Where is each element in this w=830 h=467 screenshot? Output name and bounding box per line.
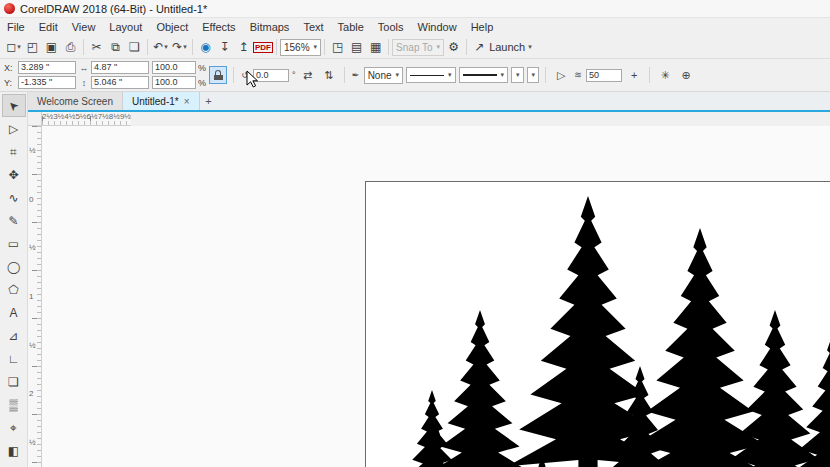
percent-label: %	[198, 63, 206, 73]
height-icon: ↕	[79, 78, 89, 88]
transparency-tool[interactable]: ▒	[2, 393, 26, 416]
menu-effects[interactable]: Effects	[195, 21, 242, 33]
menu-layout[interactable]: Layout	[102, 21, 149, 33]
rotation-angle-input[interactable]: 0.0	[253, 69, 289, 82]
ruler-origin-corner[interactable]	[28, 112, 42, 126]
pick-tool[interactable]: ➤	[2, 94, 26, 117]
artistic-media-tool[interactable]: ✎	[2, 209, 26, 232]
extra-tool-icon[interactable]: ✳	[656, 66, 674, 84]
new-tab-button[interactable]: +	[200, 92, 218, 110]
width-icon: ↔	[79, 63, 89, 73]
launch-button[interactable]: Launch▾	[489, 41, 532, 53]
new-document-icon[interactable]: ◻▾	[4, 38, 23, 57]
crop-tool-icon: ⌗	[10, 145, 17, 159]
shape-tool[interactable]: ▷	[2, 117, 26, 140]
object-x-input[interactable]: 3.289 "	[18, 61, 76, 74]
snap-to-dropdown[interactable]: Snap To▾	[392, 39, 444, 56]
zoom-level-dropdown[interactable]: 156%▾	[280, 39, 321, 56]
redo-icon[interactable]: ↷▾	[170, 38, 189, 57]
rectangle-tool[interactable]: ▭	[2, 232, 26, 255]
line-style-dropdown[interactable]: ▾	[406, 67, 456, 83]
dimension-tool[interactable]: ⊿	[2, 324, 26, 347]
object-height-input[interactable]: 5.046 "	[91, 76, 149, 89]
menu-edit[interactable]: Edit	[32, 21, 65, 33]
pan-tool[interactable]: ✥	[2, 163, 26, 186]
menu-view[interactable]: View	[65, 21, 103, 33]
separator	[192, 39, 193, 55]
title-bar: CorelDRAW 2018 (64-Bit) - Untitled-1*	[0, 0, 830, 18]
scale-group: 100.0% 100.0%	[152, 61, 206, 90]
interactive-fill-tool[interactable]: ◧	[2, 439, 26, 462]
mirror-vertical-button[interactable]: ⇅	[320, 66, 338, 84]
vertical-ruler[interactable]: ½ 0 ½ 1 ½ 2 ½	[28, 126, 42, 467]
shape-flag-icon[interactable]: ▷	[552, 66, 570, 84]
menu-tools[interactable]: Tools	[371, 21, 411, 33]
percent-label: %	[198, 78, 206, 88]
publish-pdf-icon[interactable]: PDF	[253, 38, 273, 57]
tab-untitled-1[interactable]: Untitled-1*×	[123, 92, 200, 110]
ruler-row: 2½ 3½ 4½ 5½ 6½ 7½ 8½ 9½	[28, 112, 830, 126]
end-arrowhead-dropdown[interactable]: ▾	[527, 67, 540, 83]
extra-tool-icon[interactable]: ⊕	[677, 66, 695, 84]
menu-file[interactable]: File	[0, 21, 32, 33]
separator	[324, 39, 325, 55]
object-y-input[interactable]: -1.335 "	[18, 76, 76, 89]
text-tool-icon: A	[9, 306, 17, 320]
tab-welcome-screen[interactable]: Welcome Screen	[28, 92, 123, 110]
smoothness-increase-button[interactable]: +	[625, 66, 643, 84]
launch-icon[interactable]: ↗	[470, 38, 489, 57]
copy-icon[interactable]: ⧉	[106, 38, 125, 57]
document-area: Welcome Screen Untitled-1*× + 2½ 3½ 4½ 5…	[28, 92, 830, 467]
mirror-horizontal-button[interactable]: ⇄	[299, 66, 317, 84]
menu-text[interactable]: Text	[296, 21, 330, 33]
show-rulers-icon[interactable]: ▤	[347, 38, 366, 57]
shape-tool-icon: ▷	[9, 122, 18, 136]
outline-style-dropdown[interactable]: ▾	[459, 67, 509, 83]
horizontal-ruler[interactable]: 2½ 3½ 4½ 5½ 6½ 7½ 8½ 9½	[42, 112, 131, 126]
menu-table[interactable]: Table	[331, 21, 371, 33]
print-icon[interactable]: ⎙	[61, 38, 80, 57]
document-tab-bar: Welcome Screen Untitled-1*× +	[28, 92, 830, 110]
scale-y-input[interactable]: 100.0	[152, 76, 196, 89]
save-icon[interactable]: ▣	[42, 38, 61, 57]
polygon-tool[interactable]: ⬠	[2, 278, 26, 301]
connector-tool[interactable]: ∟	[2, 347, 26, 370]
start-arrowhead-dropdown[interactable]: ▾	[511, 67, 524, 83]
lock-ratio-button[interactable]	[209, 66, 227, 84]
window-title: CorelDRAW 2018 (64-Bit) - Untitled-1*	[20, 3, 207, 15]
dimension-tool-icon: ⊿	[8, 329, 18, 343]
menu-window[interactable]: Window	[411, 21, 464, 33]
search-icon[interactable]: ◉	[196, 38, 215, 57]
eyedropper-tool[interactable]: ⌖	[2, 416, 26, 439]
cut-icon[interactable]: ✂	[87, 38, 106, 57]
crop-tool[interactable]: ⌗	[2, 140, 26, 163]
workspace: ➤ ▷ ⌗ ✥ ∿ ✎ ▭ ◯ ⬠ A ⊿ ∟ ❏ ▒ ⌖ ◧ Welcome …	[0, 92, 830, 467]
object-position-group: X:3.289 " Y:-1.335 "	[4, 61, 76, 90]
options-gear-icon[interactable]: ⚙	[444, 38, 463, 57]
drawing-canvas[interactable]	[42, 126, 830, 467]
pine-trees-artwork[interactable]	[42, 126, 830, 467]
import-icon[interactable]: ↧	[215, 38, 234, 57]
menu-help[interactable]: Help	[464, 21, 501, 33]
ellipse-tool[interactable]: ◯	[2, 255, 26, 278]
text-tool[interactable]: A	[2, 301, 26, 324]
outline-width-dropdown[interactable]: None▾	[364, 67, 403, 84]
smoothness-input[interactable]: 50	[586, 69, 622, 82]
smoothness-icon: ≋	[573, 70, 583, 80]
scale-x-input[interactable]: 100.0	[152, 61, 196, 74]
interactive-fill-tool-icon: ◧	[8, 444, 19, 458]
close-tab-icon[interactable]: ×	[184, 96, 190, 107]
show-grid-icon[interactable]: ▦	[366, 38, 385, 57]
paste-icon[interactable]: ❏	[125, 38, 144, 57]
export-icon[interactable]: ↥	[234, 38, 253, 57]
drop-shadow-tool[interactable]: ❏	[2, 370, 26, 393]
separator	[466, 39, 467, 55]
freehand-tool[interactable]: ∿	[2, 186, 26, 209]
menu-bitmaps[interactable]: Bitmaps	[243, 21, 297, 33]
menu-object[interactable]: Object	[149, 21, 195, 33]
open-icon[interactable]: ◰	[23, 38, 42, 57]
separator	[147, 39, 148, 55]
undo-icon[interactable]: ↶▾	[151, 38, 170, 57]
object-width-input[interactable]: 4.87 "	[91, 61, 149, 74]
fullscreen-preview-icon[interactable]: ◳	[328, 38, 347, 57]
